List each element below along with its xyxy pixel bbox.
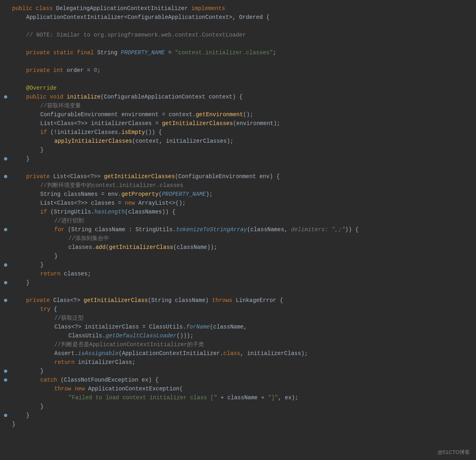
token: ApplicationContextException( bbox=[85, 386, 183, 392]
token: (ApplicationContextInitializer. bbox=[119, 350, 223, 357]
code-line: return initializerClass; bbox=[0, 358, 476, 367]
token: ClassUtils. bbox=[68, 333, 105, 339]
token: add bbox=[95, 244, 105, 251]
token bbox=[50, 49, 53, 56]
token: return bbox=[40, 271, 60, 277]
gutter-marker bbox=[0, 411, 11, 420]
line-content: } bbox=[40, 402, 472, 411]
token bbox=[46, 94, 49, 100]
line-content: ApplicationContextInitializer<Configurab… bbox=[26, 13, 472, 22]
token: } bbox=[40, 403, 43, 410]
token: (context, initializerClasses); bbox=[132, 138, 233, 144]
token: new bbox=[74, 386, 84, 392]
token: List<Class<?>> bbox=[50, 173, 104, 180]
watermark: @51CTO博客 bbox=[437, 449, 470, 456]
token: final bbox=[77, 49, 94, 56]
line-content: public class DelegatingApplicationContex… bbox=[12, 4, 472, 13]
token: getInitializerClass bbox=[109, 244, 173, 251]
code-line: throw new ApplicationContextException( bbox=[0, 384, 476, 393]
token: } bbox=[40, 262, 43, 268]
line-content: //获取环境变量 bbox=[40, 101, 472, 110]
code-line: private static final String PROPERTY_NAM… bbox=[0, 48, 476, 57]
code-line: } bbox=[0, 154, 476, 163]
token: )) { bbox=[345, 226, 359, 233]
code-line bbox=[0, 287, 476, 296]
line-content: private static final String PROPERTY_NAM… bbox=[26, 48, 472, 57]
token: ; bbox=[97, 67, 100, 74]
token: "]" bbox=[268, 394, 278, 401]
token: ConfigurableEnvironment environment = co… bbox=[40, 111, 196, 118]
code-container: public class DelegatingApplicationContex… bbox=[0, 0, 476, 433]
token: LinkageError { bbox=[233, 297, 283, 304]
line-content: } bbox=[26, 154, 472, 163]
line-content: } bbox=[26, 278, 472, 287]
token bbox=[32, 5, 35, 12]
token: try bbox=[40, 306, 50, 312]
token: throw bbox=[54, 386, 71, 392]
code-line: } bbox=[0, 278, 476, 287]
line-content: } bbox=[12, 420, 472, 429]
line-content: private List<Class<?>> getInitializerCla… bbox=[26, 172, 472, 181]
line-content: throw new ApplicationContextException( bbox=[54, 384, 472, 393]
token bbox=[63, 94, 66, 100]
token: //判断是否是ApplicationContextInitializer的子类 bbox=[54, 341, 204, 348]
token: class bbox=[223, 350, 240, 357]
token: + className + bbox=[217, 394, 268, 401]
token: } bbox=[54, 253, 58, 259]
token: isEmpty bbox=[122, 129, 145, 136]
token: (ConfigurableEnvironment env) { bbox=[175, 173, 280, 180]
line-content: //添加到集合中 bbox=[68, 234, 472, 243]
code-line bbox=[0, 75, 476, 84]
token: if bbox=[40, 209, 47, 215]
code-line: for (String className : StringUtils.toke… bbox=[0, 225, 476, 234]
token: classes. bbox=[68, 244, 95, 251]
token: ; bbox=[273, 49, 276, 56]
line-content: } bbox=[40, 146, 472, 154]
code-line: //判断是否是ApplicationContextInitializer的子类 bbox=[0, 340, 476, 349]
token: tokenizeToStringArray bbox=[176, 226, 247, 233]
code-line: } bbox=[0, 252, 476, 261]
code-line: Class<?> initializerClass = ClassUtils.f… bbox=[0, 322, 476, 331]
token: ()) { bbox=[145, 129, 162, 136]
code-line: } bbox=[0, 411, 476, 420]
token: for bbox=[54, 226, 64, 233]
line-content: try { bbox=[40, 305, 472, 314]
token: PROPERTY_NAME bbox=[121, 49, 165, 56]
token: (!initializerClasses. bbox=[47, 129, 122, 136]
token: //进行切割 bbox=[54, 218, 84, 224]
token: String bbox=[94, 49, 121, 56]
token: (String className) bbox=[148, 297, 212, 304]
token: private bbox=[26, 297, 50, 304]
code-line: "Failed to load context initializer clas… bbox=[0, 393, 476, 402]
token: ); bbox=[206, 191, 213, 197]
gutter-marker bbox=[0, 367, 11, 376]
token: initializerClass; bbox=[74, 359, 135, 366]
token: hasLength bbox=[94, 209, 125, 215]
line-content: if (StringUtils.hasLength(classNames)) { bbox=[40, 207, 472, 216]
gutter-marker bbox=[0, 296, 11, 305]
token: PROPERTY_NAME bbox=[162, 191, 206, 197]
line-content: ClassUtils.getDefaultClassLoader())); bbox=[68, 331, 472, 340]
code-line: } bbox=[0, 261, 476, 269]
token: @Override bbox=[26, 85, 57, 91]
code-line: public void initialize(ConfigurableAppli… bbox=[0, 92, 476, 101]
token: catch bbox=[40, 377, 57, 383]
token: (classNames)) { bbox=[125, 209, 175, 215]
token: (classNames, bbox=[247, 226, 291, 233]
token: List<Class<?>> classes = bbox=[40, 200, 125, 206]
token: initialize bbox=[67, 94, 101, 100]
token: private bbox=[26, 49, 50, 56]
token: new bbox=[125, 200, 135, 206]
token: applyInitializerClasses bbox=[54, 138, 132, 144]
line-content: return classes; bbox=[40, 269, 472, 278]
token: getInitializerClass bbox=[84, 297, 148, 304]
token: "Failed to load context initializer clas… bbox=[68, 394, 217, 401]
token: order = bbox=[63, 67, 94, 74]
code-line: Assert.isAssignable(ApplicationContextIn… bbox=[0, 349, 476, 358]
code-line bbox=[0, 22, 476, 31]
code-line: if (StringUtils.hasLength(classNames)) { bbox=[0, 207, 476, 216]
token: = bbox=[165, 49, 175, 56]
code-line: //判断环境变量中的context.initializer.classes bbox=[0, 181, 476, 190]
line-content: for (String className : StringUtils.toke… bbox=[54, 225, 472, 234]
line-content: private int order = 0; bbox=[26, 66, 472, 75]
